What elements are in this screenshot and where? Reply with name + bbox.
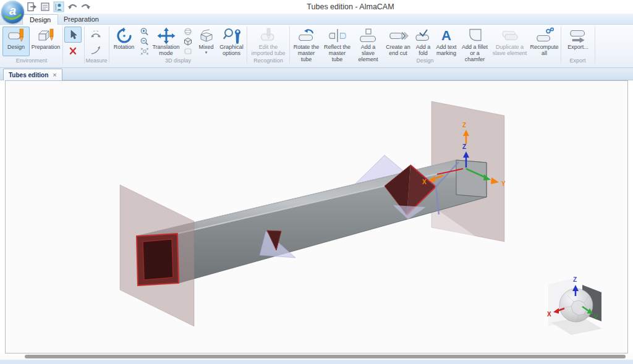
status-strip bbox=[0, 360, 633, 364]
ribbon-separator bbox=[109, 27, 109, 64]
ribbon-separator bbox=[595, 27, 595, 64]
button-label: Design bbox=[7, 44, 25, 50]
duplicate-slave-icon bbox=[499, 27, 521, 44]
button-label: Preparation bbox=[32, 44, 61, 50]
user-icon[interactable] bbox=[53, 1, 64, 12]
measure-angle-icon bbox=[89, 44, 103, 56]
translation-mode-button[interactable]: Translation mode bbox=[151, 27, 181, 56]
button-label: Export... bbox=[567, 44, 588, 50]
translation-mode-icon bbox=[157, 27, 176, 44]
group-label-design: Design bbox=[290, 57, 560, 64]
measure-distance-icon bbox=[89, 28, 103, 40]
design-environment-button[interactable]: Design bbox=[2, 27, 30, 56]
add-text-marking-button[interactable]: A Add text marking bbox=[434, 27, 459, 56]
gizmo-label-z: Z bbox=[573, 276, 577, 283]
group-label-export: Export bbox=[561, 57, 594, 64]
recompute-all-button[interactable]: Recompute all bbox=[529, 27, 559, 56]
zoom-out-button[interactable] bbox=[138, 36, 151, 46]
graphical-options-icon bbox=[223, 27, 241, 44]
redo-icon[interactable] bbox=[80, 1, 91, 12]
add-slave-icon bbox=[358, 27, 379, 44]
select-cursor-button[interactable] bbox=[64, 27, 82, 43]
svg-text:A: A bbox=[441, 28, 451, 43]
button-label: Duplicate a slave element bbox=[491, 44, 528, 56]
zoom-fit-button[interactable] bbox=[138, 46, 151, 56]
add-slave-element-button[interactable]: Add a slave element bbox=[353, 27, 383, 56]
axis-label-x: X bbox=[422, 179, 427, 185]
gizmo-label-y: Y bbox=[594, 314, 598, 321]
zoom-fit-icon bbox=[140, 47, 150, 56]
button-label: Mixed bbox=[198, 44, 213, 50]
mixed-button[interactable]: Mixed ▾ bbox=[195, 27, 218, 56]
export-icon bbox=[567, 27, 588, 44]
document-tab-tubes-edition[interactable]: Tubes edition × bbox=[3, 69, 62, 80]
graphical-options-button[interactable]: Graphical options bbox=[218, 27, 245, 56]
cancel-selection-button[interactable] bbox=[64, 44, 82, 57]
close-icon[interactable]: × bbox=[53, 71, 56, 78]
reflect-tube-icon bbox=[328, 27, 347, 44]
tube-pencil-icon bbox=[7, 27, 25, 44]
button-label: Edit the imported tube bbox=[250, 44, 287, 56]
fillet-chamfer-icon bbox=[465, 27, 484, 44]
scene-canvas[interactable]: X Y Z Z X bbox=[6, 81, 627, 353]
measure-angle-button[interactable] bbox=[86, 43, 106, 57]
viewport-3d[interactable]: X Y Z Z X bbox=[5, 80, 628, 353]
create-end-cut-button[interactable]: Create an end cut bbox=[384, 27, 412, 56]
save-icon[interactable] bbox=[40, 1, 51, 12]
measure-distance-button[interactable] bbox=[86, 27, 106, 41]
view-shaded-button[interactable] bbox=[182, 46, 194, 56]
undo-icon[interactable] bbox=[67, 1, 78, 12]
button-label: Add text marking bbox=[435, 44, 458, 56]
exit-icon[interactable] bbox=[26, 1, 37, 12]
edit-tube-icon bbox=[259, 27, 278, 44]
button-label: Graphical options bbox=[218, 44, 245, 56]
ribbon-tab-design[interactable]: Design bbox=[22, 14, 58, 25]
ribbon-separator bbox=[247, 27, 247, 64]
document-tab-bar: Tubes edition × bbox=[0, 68, 633, 80]
view-shaded-icon bbox=[183, 47, 193, 56]
view-sphere-button[interactable] bbox=[182, 27, 194, 36]
document-tab-label: Tubes edition bbox=[9, 72, 48, 78]
zoom-in-icon bbox=[140, 27, 150, 36]
edit-imported-tube-button: Edit the imported tube bbox=[249, 27, 287, 56]
view-cube-button[interactable] bbox=[182, 36, 194, 46]
export-button[interactable]: Export... bbox=[563, 27, 593, 56]
group-label-environment: Environment bbox=[1, 57, 62, 64]
ribbon-tab-preparation[interactable]: Preparation bbox=[57, 14, 106, 25]
button-label: Add a fold bbox=[414, 44, 433, 56]
rotation-button[interactable]: Rotation bbox=[111, 27, 137, 56]
end-cut-icon bbox=[388, 27, 409, 44]
title-bar: Tubes edition - AlmaCAM bbox=[0, 0, 633, 14]
cube-pencil-icon bbox=[36, 27, 55, 44]
group-label-recognition: Recognition bbox=[248, 57, 289, 64]
reflect-master-tube-button[interactable]: Reflect the master tube bbox=[322, 27, 352, 56]
tube-end-cavity bbox=[143, 239, 173, 280]
horizontal-scrollbar-thumb[interactable] bbox=[25, 355, 626, 358]
orientation-gizmo[interactable]: X Z Y bbox=[547, 276, 602, 335]
zoom-in-button[interactable] bbox=[138, 27, 151, 36]
red-x-icon bbox=[68, 46, 78, 56]
view-cube-icon bbox=[183, 37, 193, 46]
axis-label-y: Y bbox=[501, 180, 506, 187]
duplicate-slave-element-button: Duplicate a slave element bbox=[491, 27, 529, 56]
mixed-display-icon bbox=[198, 27, 215, 44]
app-logo-swoosh bbox=[1, 1, 24, 23]
rotate-master-tube-button[interactable]: Rotate the master tube bbox=[291, 27, 321, 56]
app-logo[interactable]: a bbox=[1, 1, 24, 23]
gizmo-label-x: X bbox=[547, 311, 551, 318]
zoom-out-icon bbox=[140, 37, 150, 46]
button-label: Create an end cut bbox=[384, 44, 412, 56]
view-sphere-icon bbox=[183, 27, 193, 36]
add-fold-icon bbox=[414, 27, 433, 44]
rotation-icon bbox=[115, 27, 134, 44]
axis-label-z-orange: Z bbox=[462, 122, 466, 129]
axis-label-z-blue: Z bbox=[462, 143, 466, 150]
button-label: Translation mode bbox=[152, 44, 180, 56]
add-fold-button[interactable]: Add a fold bbox=[413, 27, 433, 56]
preparation-environment-button[interactable]: Preparation bbox=[31, 27, 61, 56]
tube-right-end-face[interactable] bbox=[456, 160, 486, 197]
ribbon: Design Preparation Environment Measure R… bbox=[0, 25, 633, 68]
button-label: Rotation bbox=[114, 44, 135, 50]
add-fillet-chamfer-button[interactable]: Add a fillet or a chamfer bbox=[459, 27, 490, 56]
group-label-measure: Measure bbox=[84, 57, 109, 64]
